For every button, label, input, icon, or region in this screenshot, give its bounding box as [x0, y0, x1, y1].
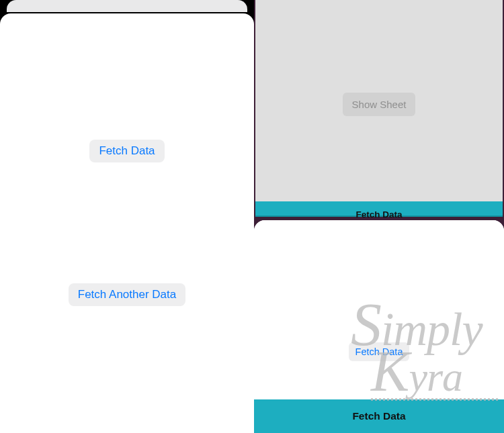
- right-bottom-body: Fetch Data Fetch Data Simply Kyra: [254, 220, 504, 433]
- watermark-line2-rest: yra: [409, 354, 462, 399]
- teal-nav-bar-top: Fetch Data: [255, 201, 503, 217]
- fetch-data-button[interactable]: Fetch Data: [89, 140, 164, 162]
- right-top-body: Show Sheet Fetch Data: [255, 0, 503, 217]
- teal-nav-title-top: Fetch Data: [355, 209, 402, 220]
- right-top-screen: Show Sheet Fetch Data: [254, 0, 504, 217]
- ios-sheet: Fetch Data Fetch Another Data: [0, 13, 254, 433]
- fetch-data-button[interactable]: Fetch Data: [349, 342, 410, 361]
- ios-sheet-container: Fetch Data Fetch Another Data: [0, 0, 254, 433]
- show-sheet-button[interactable]: Show Sheet: [343, 93, 416, 116]
- right-column-container: Show Sheet Fetch Data Fetch Data Fetch D…: [254, 0, 504, 433]
- teal-nav-title-bottom: Fetch Data: [352, 410, 405, 422]
- teal-nav-bar-bottom: Fetch Data: [254, 399, 504, 433]
- ios-sheet-back-layer: [7, 0, 247, 12]
- fetch-another-data-button[interactable]: Fetch Another Data: [69, 283, 185, 306]
- right-bottom-screen: Fetch Data Fetch Data Simply Kyra: [254, 220, 504, 433]
